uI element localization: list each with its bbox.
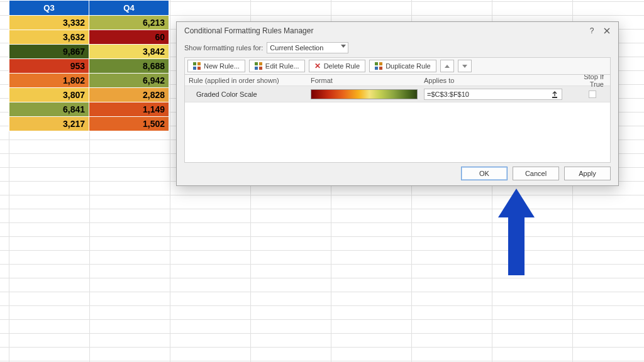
format-preview <box>311 89 418 99</box>
duplicate-rule-icon <box>375 62 382 70</box>
cell[interactable]: 1,149 <box>89 102 169 117</box>
delete-icon: ✕ <box>314 62 321 70</box>
new-rule-button[interactable]: New Rule... <box>187 60 245 72</box>
rules-toolbar: New Rule... Edit Rule... ✕ Delete Rule D… <box>184 57 611 75</box>
data-table: Q3 Q4 3,3326,2133,632609,8673,8429538,68… <box>9 0 169 131</box>
cell[interactable]: 953 <box>9 59 89 74</box>
help-button[interactable]: ? <box>586 25 598 37</box>
range-picker-button[interactable] <box>550 90 559 99</box>
col-header-stop: Stop If True <box>575 75 610 88</box>
cell[interactable]: 8,688 <box>89 59 169 74</box>
cell[interactable]: 3,842 <box>89 45 169 59</box>
new-rule-icon <box>193 62 201 70</box>
cell[interactable]: 1,502 <box>89 117 169 131</box>
col-header-q4[interactable]: Q4 <box>89 1 169 16</box>
col-header-applies: Applies to <box>424 77 575 84</box>
table-row: 3,2171,502 <box>9 117 169 131</box>
chevron-down-icon <box>341 45 346 48</box>
table-row: 3,63260 <box>9 30 169 45</box>
dialog-title: Conditional Formatting Rules Manager <box>184 26 583 35</box>
cell[interactable]: 6,942 <box>89 74 169 88</box>
edit-rule-icon <box>255 62 262 70</box>
callout-arrow <box>502 189 531 275</box>
scope-dropdown[interactable]: Current Selection <box>267 42 348 53</box>
col-header-format: Format <box>311 77 424 84</box>
scope-value: Current Selection <box>270 44 323 52</box>
table-row: 3,3326,213 <box>9 16 169 30</box>
col-header-rule: Rule (applied in order shown) <box>185 77 311 84</box>
dialog-titlebar[interactable]: Conditional Formatting Rules Manager ? <box>177 22 618 40</box>
scope-label: Show formatting rules for: <box>184 44 263 52</box>
table-row: 9538,688 <box>9 59 169 74</box>
cf-rules-manager-dialog: Conditional Formatting Rules Manager ? S… <box>176 21 619 186</box>
chevron-down-icon <box>462 65 467 68</box>
col-header-q3[interactable]: Q3 <box>9 1 89 16</box>
apply-button[interactable]: Apply <box>564 167 611 180</box>
table-row: 1,8026,942 <box>9 74 169 88</box>
cell[interactable]: 6,213 <box>89 16 169 30</box>
range-picker-icon <box>551 91 558 99</box>
move-up-button[interactable] <box>440 60 454 72</box>
stop-if-true-checkbox[interactable] <box>589 90 596 98</box>
cell[interactable]: 60 <box>89 30 169 45</box>
cell[interactable]: 3,807 <box>9 88 89 102</box>
svg-rect-0 <box>552 97 557 98</box>
cancel-button[interactable]: Cancel <box>513 167 559 180</box>
duplicate-rule-button[interactable]: Duplicate Rule <box>369 60 436 72</box>
edit-rule-button[interactable]: Edit Rule... <box>249 60 305 72</box>
cell[interactable]: 2,828 <box>89 88 169 102</box>
rule-row[interactable]: Graded Color Scale =$C$3:$F$10 <box>185 86 610 102</box>
table-row: 6,8411,149 <box>9 102 169 117</box>
applies-to-value: =$C$3:$F$10 <box>427 90 550 98</box>
close-icon <box>604 28 610 34</box>
cell[interactable]: 3,217 <box>9 117 89 131</box>
cell[interactable]: 3,632 <box>9 30 89 45</box>
rules-list: Rule (applied in order shown) Format App… <box>184 75 611 163</box>
rule-name: Graded Color Scale <box>185 90 311 98</box>
cell[interactable]: 6,841 <box>9 102 89 117</box>
applies-to-input[interactable]: =$C$3:$F$10 <box>424 89 562 100</box>
delete-rule-label: Delete Rule <box>324 62 360 70</box>
chevron-up-icon <box>445 65 450 68</box>
cell[interactable]: 9,867 <box>9 45 89 59</box>
ok-button[interactable]: OK <box>461 167 508 180</box>
new-rule-label: New Rule... <box>204 62 240 70</box>
move-down-button[interactable] <box>458 60 472 72</box>
cell[interactable]: 1,802 <box>9 74 89 88</box>
table-row: 3,8072,828 <box>9 88 169 102</box>
duplicate-rule-label: Duplicate Rule <box>386 62 431 70</box>
close-button[interactable] <box>601 25 613 37</box>
cell[interactable]: 3,332 <box>9 16 89 30</box>
table-row: 9,8673,842 <box>9 45 169 59</box>
delete-rule-button[interactable]: ✕ Delete Rule <box>309 60 365 72</box>
edit-rule-label: Edit Rule... <box>265 62 299 70</box>
